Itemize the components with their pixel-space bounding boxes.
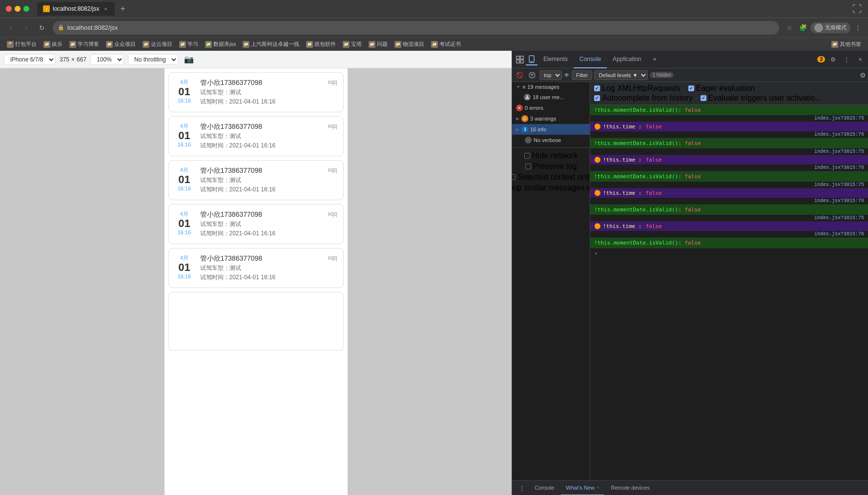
table-row[interactable]: 4月 01 16:16 管小欣17386377098 试驾车型：测试 试驾时间：… [168, 72, 344, 112]
sidebar-item-verbose[interactable]: · No verbose [512, 135, 590, 145]
log-xmlhttp-option[interactable]: Log XMLHttpRequests [594, 84, 681, 93]
bookmark-sqsk[interactable]: 📁 上汽斯柯达卓越一线 [240, 40, 302, 49]
table-row[interactable]: 4月 01 16:16 管小欣17386377098 试驾车型：测试 试驾时间：… [168, 160, 344, 200]
bookmark-others[interactable]: 📁 其他书签 [828, 40, 864, 49]
bottom-tab-remote[interactable]: Remote devices [606, 481, 655, 495]
close-traffic-light[interactable] [6, 6, 12, 12]
tab-console[interactable]: Console [574, 51, 607, 68]
throttle-select[interactable]: No throttling [128, 54, 178, 65]
extensions-button[interactable]: 🧩 [797, 21, 809, 34]
eval-triggers-option[interactable]: Evaluate triggers user activatio... [701, 94, 822, 103]
tab-application[interactable]: Application [607, 51, 647, 68]
file-reference[interactable]: index.jsx?3015:76 [590, 231, 868, 237]
option-label: Eager evaluation [696, 84, 755, 93]
file-reference[interactable]: index.jsx?3015:75 [590, 182, 868, 188]
filter-toggle-button[interactable] [527, 70, 537, 81]
card-time: 16:16 [175, 186, 194, 191]
console-prompt[interactable]: › [590, 248, 868, 259]
option-label: Hide network [532, 151, 578, 160]
table-row[interactable]: 4月 01 16:16 管小欣17386377098 试驾车型：测试 试驾时间：… [168, 116, 344, 156]
bottom-tab-close-button[interactable]: × [597, 485, 599, 490]
devtools-more-button[interactable]: ⋮ [841, 54, 852, 65]
card-day: 01 [175, 218, 194, 229]
bookmark-kaoshi[interactable]: 📁 考试证书 [428, 40, 464, 49]
bookmark-star-button[interactable]: ☆ [783, 21, 796, 34]
address-text: localhost:8082/jsx [67, 24, 774, 31]
levels-select[interactable]: Default levels ▼ [594, 70, 648, 80]
back-button[interactable]: ‹ [4, 21, 18, 35]
active-tab[interactable]: J localhost:8082/jsx × [37, 2, 115, 16]
file-reference[interactable]: index.jsx?3015:76 [590, 165, 868, 171]
eye-icon[interactable]: 👁 [564, 72, 570, 79]
tab-close-button[interactable]: × [102, 5, 109, 12]
bookmark-zhuabao[interactable]: 📁 抓包软件 [303, 40, 339, 49]
console-value: false [645, 157, 661, 163]
devtools-settings-button[interactable]: ⚙ [827, 54, 839, 65]
hide-network-checkbox[interactable] [524, 153, 530, 159]
zoom-select[interactable]: 100% [90, 54, 124, 65]
file-reference[interactable]: index.jsx?3015:75 [590, 148, 868, 155]
forward-button[interactable]: › [20, 21, 33, 35]
autocomplete-checkbox[interactable] [594, 95, 600, 101]
eager-eval-option[interactable]: Eager evaluation [688, 84, 755, 93]
group-similar-option[interactable]: Group similar messages in co... [512, 184, 590, 192]
bookmark-wenti[interactable]: 📁 问题 [366, 40, 391, 49]
nav-actions: ☆ 🧩 无痕模式 ⋮ [783, 21, 864, 34]
sidebar-item-warnings[interactable]: ▶ ⚠ 3 warnings [512, 113, 590, 124]
file-reference[interactable]: index.jsx?3015:76 [590, 198, 868, 204]
table-row[interactable]: 4月 01 16:16 管小欣17386377098 试驾车型：测试 试驾时间：… [168, 248, 344, 288]
file-reference[interactable]: index.jsx?3015:76 [590, 131, 868, 138]
sidebar-item-messages[interactable]: ▼ ≡ 19 messages [512, 82, 590, 92]
console-text: !this.momentDate.isValid(): [594, 107, 682, 113]
bookmark-dayun[interactable]: 📁 达云项目 [140, 40, 175, 49]
bottom-tab-console[interactable]: Console [530, 481, 559, 495]
sidebar-item-errors[interactable]: ✕ 0 errors [512, 103, 590, 113]
log-xmlhttp-checkbox[interactable] [594, 85, 600, 91]
device-select[interactable]: iPhone 6/7/8 [4, 54, 56, 65]
selected-context-option[interactable]: Selected context only [512, 173, 590, 182]
new-tab-button[interactable]: + [117, 3, 128, 15]
folder-icon: 📁 [831, 41, 838, 48]
bookmark-zhongzhong[interactable]: 📁 众众项目 [103, 40, 139, 49]
bottom-menu-button[interactable]: ⋮ [516, 482, 528, 494]
card-date: 4月 01 16:16 [175, 210, 194, 238]
sidebar-item-user-messages[interactable]: 18 user me... [512, 92, 590, 103]
maximize-traffic-light[interactable] [23, 6, 29, 12]
eager-eval-checkbox[interactable] [688, 85, 694, 91]
eval-triggers-checkbox[interactable] [701, 95, 706, 101]
reload-button[interactable]: ↻ [35, 21, 49, 35]
minimize-traffic-light[interactable] [15, 6, 21, 12]
address-bar[interactable]: 🔒 localhost:8082/jsx [53, 21, 779, 35]
tab-more[interactable]: » [647, 51, 662, 68]
preserve-log-checkbox[interactable] [525, 164, 531, 169]
bottom-tab-whatsnew[interactable]: What's New × [561, 481, 604, 495]
bookmark-xuexiboke[interactable]: 📁 学习博客 [66, 40, 102, 49]
clear-console-button[interactable]: 🚫 [514, 70, 525, 81]
preserve-log-option[interactable]: Preserve log [525, 162, 577, 171]
mobile-icon[interactable] [526, 54, 537, 65]
console-value: false [645, 190, 661, 196]
table-row[interactable]: 4月 01 16:16 管小欣17386377098 试驾车型：测试 试驾时间：… [168, 204, 344, 244]
gear-icon[interactable]: ⚙ [860, 71, 866, 79]
bookmark-xuexi[interactable]: 📁 学习 [176, 40, 201, 49]
bookmark-db[interactable]: 📁 数据库jsx [202, 40, 239, 49]
file-reference[interactable]: index.jsx?3015:75 [590, 215, 868, 221]
file-reference[interactable]: index.jsx?3015:75 [590, 115, 868, 122]
devtools-close-button[interactable]: × [854, 54, 866, 65]
context-select[interactable]: top [539, 70, 562, 80]
bookmark-dabaoping[interactable]: 📦 打包平台 [4, 40, 40, 49]
expand-button[interactable]: ⛶ [852, 3, 862, 15]
autocomplete-option[interactable]: Autocomplete from history [594, 94, 693, 103]
bookmark-yule[interactable]: 📁 娱乐 [41, 40, 65, 49]
screenshot-icon[interactable]: 📷 [184, 55, 194, 64]
devtools-inspect-button[interactable] [514, 54, 526, 65]
filter-button[interactable]: Filter [572, 70, 592, 80]
bookmark-wuliu[interactable]: 📁 物流项目 [392, 40, 427, 49]
bookmark-baota[interactable]: 📁 宝塔 [340, 40, 365, 49]
hide-network-option[interactable]: Hide network [524, 151, 578, 160]
profile-button[interactable]: 无痕模式 [810, 22, 850, 33]
sidebar-item-info[interactable]: ▶ ℹ 16 info [512, 124, 590, 135]
menu-button[interactable]: ⋮ [851, 21, 864, 34]
selected-context-checkbox[interactable] [512, 174, 516, 180]
tab-elements[interactable]: Elements [537, 51, 574, 68]
